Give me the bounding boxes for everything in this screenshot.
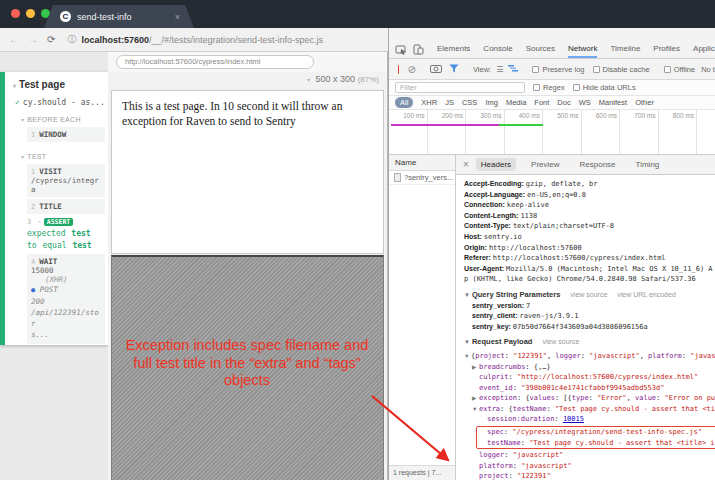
payload-line[interactable]: ▶breadcrumbs: {,…} (472, 362, 715, 373)
spec-title[interactable]: ▾Test page (5, 72, 108, 90)
payload-line[interactable]: culprit: "http://localhost:57600/cypress… (472, 372, 715, 383)
checkbox-icon[interactable] (664, 66, 671, 73)
request-payload-section-header[interactable]: ▼Request Payloadview source (464, 337, 715, 348)
hide-data-urls-checkbox[interactable]: Hide data URLs (573, 83, 636, 92)
devtools-tab-network[interactable]: Network (568, 40, 597, 58)
browser-toolbar: ← → ⟳ ⓘ localhost:57600/__/#/tests/integ… (0, 28, 388, 52)
header-item: Accept-Encoding: gzip, deflate, br (464, 179, 715, 190)
triangle-down-icon[interactable]: ▼ (464, 351, 471, 362)
type-filter-js[interactable]: JS (445, 98, 454, 107)
disable-cache-checkbox[interactable]: Disable cache (593, 65, 650, 74)
triangle-down-icon[interactable]: ▼ (472, 404, 479, 415)
command-assert[interactable]: 3-ASSERT expected test to equal test (27, 217, 105, 252)
triangle-right-icon[interactable]: ▶ (472, 362, 479, 373)
timeline-tick: 700 ms (620, 110, 659, 154)
offline-checkbox[interactable]: Offline (664, 65, 696, 74)
devtools-tab-timeline[interactable]: Timeline (610, 40, 640, 58)
payload-line[interactable]: ▼{project: "122391", logger: "javascript… (464, 351, 715, 362)
query-param-value: 07b50d7664f343609a04d3886096156a (513, 323, 648, 331)
checkbox-icon[interactable] (593, 66, 600, 73)
list-view-icon[interactable]: ☰ (496, 65, 503, 74)
clear-icon[interactable]: ⊘ (407, 64, 415, 75)
type-filter-font[interactable]: Font (534, 98, 549, 107)
view-url-encoded-link[interactable]: view URL encoded (617, 291, 676, 298)
details-tab-response[interactable]: Response (575, 158, 621, 171)
type-filter-manifest[interactable]: Manifest (599, 98, 627, 107)
payload-segment: "Error" (597, 394, 627, 402)
details-tab-headers[interactable]: Headers (476, 158, 516, 171)
tab-close-icon[interactable]: × (175, 12, 180, 22)
command-visit-url: /cypress/integra (31, 176, 101, 194)
payload-line[interactable]: platform: "javascript" (472, 461, 715, 472)
throttling-select[interactable]: No t (701, 65, 715, 74)
payload-line[interactable]: logger: "javascript" (472, 450, 715, 461)
devtools-tab-elements[interactable]: Elements (437, 40, 470, 58)
preserve-log-checkbox[interactable]: Preserve log (532, 65, 584, 74)
query-string-section-header[interactable]: ▼Query String Parametersview sourceview … (464, 290, 715, 301)
checkbox-icon[interactable] (533, 84, 540, 91)
test-result-row[interactable]: ✓cy.should - as... (5, 90, 108, 107)
details-tab-timing[interactable]: Timing (631, 158, 665, 171)
page-info-icon[interactable]: ⓘ (67, 33, 76, 46)
triangle-right-icon[interactable]: ▶ (472, 393, 479, 404)
chevron-down-icon: ▾ (21, 117, 24, 123)
view-source-link[interactable]: view source (542, 338, 579, 345)
devtools-tab-profiles[interactable]: Profiles (653, 40, 680, 58)
inspect-element-icon[interactable] (395, 44, 407, 55)
type-filter-xhr[interactable]: XHR (421, 98, 437, 107)
payload-line[interactable]: testName: "Test page cy.should - assert … (480, 438, 715, 449)
devtools-tab-application[interactable]: Application (693, 40, 715, 58)
query-param-value: 7 (526, 302, 530, 310)
type-filter-all[interactable]: All (395, 97, 413, 108)
devtools-tab-console[interactable]: Console (483, 40, 512, 58)
type-filter-other[interactable]: Other (635, 98, 654, 107)
back-icon[interactable]: ← (9, 34, 19, 45)
payload-line[interactable]: ▼extra: {testName: "Test page cy.should … (472, 404, 715, 415)
network-overview-timeline[interactable]: 100 ms200 ms300 ms400 ms500 ms600 ms700 … (389, 110, 715, 155)
browser-tab[interactable]: C send-test-info × (44, 5, 194, 28)
devtools-tab-sources[interactable]: Sources (526, 40, 555, 58)
details-tab-preview[interactable]: Preview (526, 158, 564, 171)
window-titlebar: C send-test-info × (0, 0, 715, 28)
xhr-request-row[interactable]: ● POST200/api/122391/stors... (31, 284, 101, 341)
payload-line[interactable]: event_id: "398b001c4e1741cfabbf9945adbd5… (472, 383, 715, 394)
command-visit[interactable]: 1VISIT /cypress/integra (27, 164, 105, 197)
payload-line[interactable]: project: "122391" (472, 471, 715, 480)
regex-checkbox[interactable]: Regex (533, 83, 565, 92)
command-window[interactable]: 1WINDOW (27, 127, 105, 142)
view-source-link[interactable]: view source (570, 291, 607, 298)
close-details-icon[interactable]: × (463, 159, 469, 170)
filter-input[interactable] (395, 82, 525, 93)
device-toolbar-icon[interactable] (413, 44, 424, 55)
checkbox-icon[interactable] (573, 84, 580, 91)
forward-icon[interactable]: → (28, 34, 38, 45)
screenshot-capture-icon[interactable] (430, 64, 442, 75)
type-filter-css[interactable]: CSS (462, 98, 477, 107)
type-filter-media[interactable]: Media (506, 98, 526, 107)
type-filter-doc[interactable]: Doc (557, 98, 570, 107)
checkbox-icon[interactable] (532, 66, 539, 73)
before-each-section-label[interactable]: ▾BEFORE EACH (5, 107, 108, 126)
type-filter-ws[interactable]: WS (579, 98, 591, 107)
command-wait[interactable]: 4WAIT 15000 (XHR) ● POST200/api/122391/s… (27, 254, 105, 344)
url-path[interactable]: /__/#/tests/integration/send-test-info-s… (149, 35, 323, 45)
window-minimize-button[interactable] (26, 9, 35, 18)
triangle-down-icon: ▼ (464, 292, 470, 298)
viewport-size-menu[interactable]: ▾ 500 x 300 (87%) (307, 74, 379, 84)
command-title[interactable]: 2TITLE (27, 199, 105, 214)
payload-line[interactable]: spec: "/cypress/integration/send-test-in… (480, 427, 715, 438)
window-close-button[interactable] (11, 9, 20, 18)
test-section-label[interactable]: ▾TEST (5, 144, 108, 163)
waterfall-view-icon[interactable] (508, 64, 518, 74)
url-host[interactable]: localhost:57600 (81, 35, 149, 45)
timeline-tick: 100 ms (389, 110, 428, 154)
reload-icon[interactable]: ⟳ (47, 34, 55, 45)
request-row[interactable]: ?sentry_vers... (389, 171, 455, 185)
aut-url[interactable]: http://localhost:57600/cypress/index.htm… (116, 55, 314, 69)
type-filter-img[interactable]: Img (485, 98, 498, 107)
header-item: Accept-Language: en-US,en;q=0.8 (464, 190, 715, 201)
payload-line[interactable]: ▶exception: {values: [{type: "Error", va… (472, 393, 715, 404)
payload-line[interactable]: session:duration: 10015 (480, 414, 715, 425)
filter-funnel-icon[interactable] (449, 64, 459, 75)
name-column-header[interactable]: Name (389, 155, 455, 171)
